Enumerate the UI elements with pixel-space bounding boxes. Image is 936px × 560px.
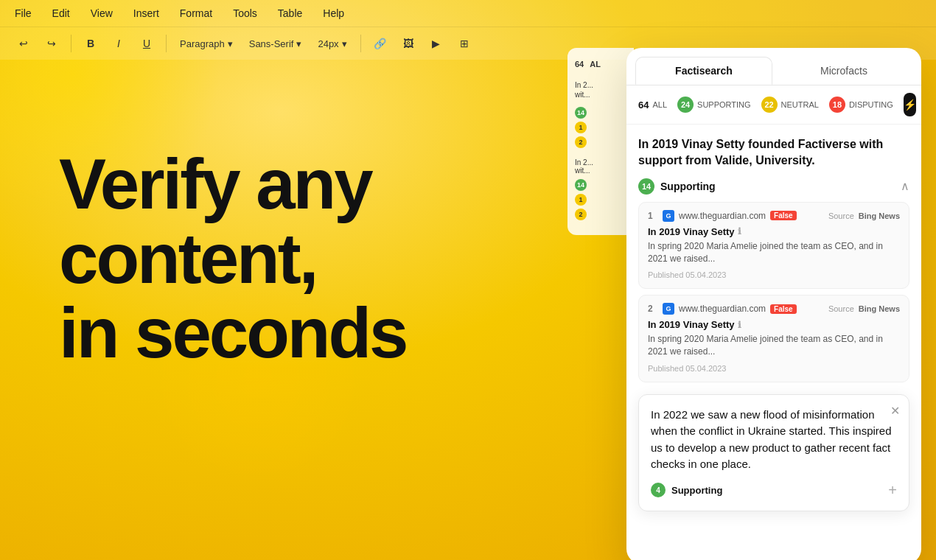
menu-insert[interactable]: Insert xyxy=(130,6,162,21)
video-button[interactable]: ▶ xyxy=(425,32,448,55)
doc-stat-1: 1 xyxy=(575,122,626,133)
doc-stat-all: 64 AL xyxy=(575,60,626,69)
stat-all: 64 ALL xyxy=(638,99,667,111)
disputing-badge: 18 xyxy=(829,97,845,113)
source-card-2: 2 G www.theguardian.com False Source Bin… xyxy=(638,295,909,382)
font-chevron-icon: ▾ xyxy=(296,38,301,49)
toolbar-sep-3 xyxy=(360,35,361,52)
doc-stat-3: 1 xyxy=(575,194,626,206)
neutral-badge-small-2: 2 xyxy=(575,136,587,148)
italic-button[interactable]: I xyxy=(107,32,130,55)
source-label-1: Source xyxy=(828,211,854,220)
claim-block-1: In 2019 Vinay Setty founded Factiverse w… xyxy=(638,136,909,382)
doc-stat-supporting: 14 xyxy=(575,107,626,119)
font-select[interactable]: Sans-Serif ▾ xyxy=(243,35,308,52)
menu-tools[interactable]: Tools xyxy=(230,6,260,21)
bold-button[interactable]: B xyxy=(79,32,102,55)
doc-stat-supporting-2: 14 xyxy=(575,179,626,191)
neutral-badge: 22 xyxy=(761,97,778,113)
stat-neutral: 22 NEUTRAL xyxy=(761,97,819,113)
layout-button[interactable]: ⊞ xyxy=(453,32,476,55)
doc-claim2-partial: In 2...wit... xyxy=(575,158,626,175)
info-icon-2[interactable]: ℹ xyxy=(738,320,741,330)
undo-button[interactable]: ↩ xyxy=(12,32,35,55)
paragraph-select[interactable]: Paragraph ▾ xyxy=(174,35,239,52)
filter-button[interactable]: ⚡ xyxy=(904,93,916,116)
sidebar-panel: Factisearch Microfacts 64 ALL 24 SUPPORT… xyxy=(626,48,921,560)
claim-2-supporting-badge: 4 xyxy=(651,483,666,497)
source-card-2-header: 2 G www.theguardian.com False Source Bin… xyxy=(648,303,900,315)
expand-icon[interactable]: + xyxy=(888,482,897,499)
toolbar-sep-1 xyxy=(71,35,71,52)
source-card-1: 1 G www.theguardian.com False Source Bin… xyxy=(638,202,909,290)
filter-icon: ⚡ xyxy=(904,99,916,111)
menu-edit[interactable]: Edit xyxy=(49,6,73,21)
supporting-header-1: 14 Supporting ∧ xyxy=(638,178,909,195)
size-select[interactable]: 24px ▾ xyxy=(312,35,352,52)
redo-button[interactable]: ↪ xyxy=(40,32,63,55)
menu-bar: File Edit View Insert Format Tools Table… xyxy=(0,0,936,27)
all-count: 64 xyxy=(638,99,649,111)
disputing-label: DISPUTING xyxy=(849,100,893,109)
toolbar-sep-2 xyxy=(166,35,167,52)
image-button[interactable]: 🖼 xyxy=(397,32,420,55)
supporting-count-badge-1: 14 xyxy=(638,178,654,195)
source-num-2: 2 xyxy=(648,304,658,314)
font-label: Sans-Serif xyxy=(249,38,294,49)
link-button[interactable]: 🔗 xyxy=(369,32,392,55)
hero-heading: Verify any content, in seconds xyxy=(59,147,406,370)
false-badge-2: False xyxy=(770,304,797,314)
size-label: 24px xyxy=(318,38,338,49)
source-domain-2: www.theguardian.com xyxy=(679,304,766,314)
source-domain-1: www.theguardian.com xyxy=(679,211,766,221)
stat-disputing: 18 DISPUTING xyxy=(829,97,893,113)
claim-block-2: ✕ In 2022 we saw a new flood of misinfor… xyxy=(638,394,909,511)
doc-stat-2: 2 xyxy=(575,136,626,148)
doc-claim-text: In 2...wit... xyxy=(575,80,626,99)
neutral-badge-small-3: 1 xyxy=(575,194,587,206)
close-icon[interactable]: ✕ xyxy=(890,404,900,418)
source-date-1: Published 05.04.2023 xyxy=(648,270,726,279)
info-icon-1[interactable]: ℹ xyxy=(738,226,741,237)
claim-2-supporting-left: 4 Supporting xyxy=(651,483,722,497)
source-date-2: Published 05.04.2023 xyxy=(648,364,726,373)
source-card-1-header: 1 G www.theguardian.com False Source Bin… xyxy=(648,210,900,222)
supporting-left-1: 14 Supporting xyxy=(638,178,716,195)
source-favicon-2: G xyxy=(663,303,674,315)
all-label: ALL xyxy=(652,100,667,109)
source-num-1: 1 xyxy=(648,211,658,221)
menu-table[interactable]: Table xyxy=(275,6,305,21)
tab-bar: Factisearch Microfacts xyxy=(626,48,921,85)
doc-stat-4: 2 xyxy=(575,209,626,220)
supporting-badge-small: 14 xyxy=(575,107,587,119)
source-title-2: In 2019 Vinay Setty ℹ xyxy=(648,319,900,330)
tab-factisearch[interactable]: Factisearch xyxy=(635,57,772,85)
collapse-icon-1[interactable]: ∧ xyxy=(901,179,909,193)
neutral-label: NEUTRAL xyxy=(781,100,819,109)
source-favicon-1: G xyxy=(663,210,674,222)
underline-button[interactable]: U xyxy=(135,32,158,55)
hero-text: Verify any content, in seconds xyxy=(59,147,406,370)
menu-help[interactable]: Help xyxy=(320,6,347,21)
source-excerpt-1: In spring 2020 Maria Amelie joined the t… xyxy=(648,240,900,265)
tab-microfacts[interactable]: Microfacts xyxy=(775,57,912,85)
bing-label-1: Bing News xyxy=(859,211,900,220)
false-badge-1: False xyxy=(770,211,797,220)
supporting-badge: 24 xyxy=(677,97,694,113)
stats-bar: 64 ALL 24 SUPPORTING 22 NEUTRAL 18 DISPU… xyxy=(626,85,921,125)
neutral-badge-small-4: 2 xyxy=(575,209,587,220)
menu-format[interactable]: Format xyxy=(177,6,215,21)
menu-file[interactable]: File xyxy=(12,6,35,21)
paragraph-chevron-icon: ▾ xyxy=(228,38,233,49)
menu-view[interactable]: View xyxy=(88,6,116,21)
claim-1-title: In 2019 Vinay Setty founded Factiverse w… xyxy=(638,136,909,169)
content-area[interactable]: In 2019 Vinay Setty founded Factiverse w… xyxy=(626,125,921,560)
bing-label-2: Bing News xyxy=(859,304,900,313)
editor-doc-panel: 64 AL In 2...wit... 14 1 2 In 2...wit...… xyxy=(567,48,634,235)
size-chevron-icon: ▾ xyxy=(342,38,347,49)
supporting-label-1: Supporting xyxy=(660,181,716,192)
source-label-2: Source xyxy=(828,304,854,313)
supporting-label: SUPPORTING xyxy=(697,100,751,109)
claim-2-text: In 2022 we saw a new flood of misinforma… xyxy=(651,407,897,473)
claim-2-supporting-label: Supporting xyxy=(671,485,722,496)
